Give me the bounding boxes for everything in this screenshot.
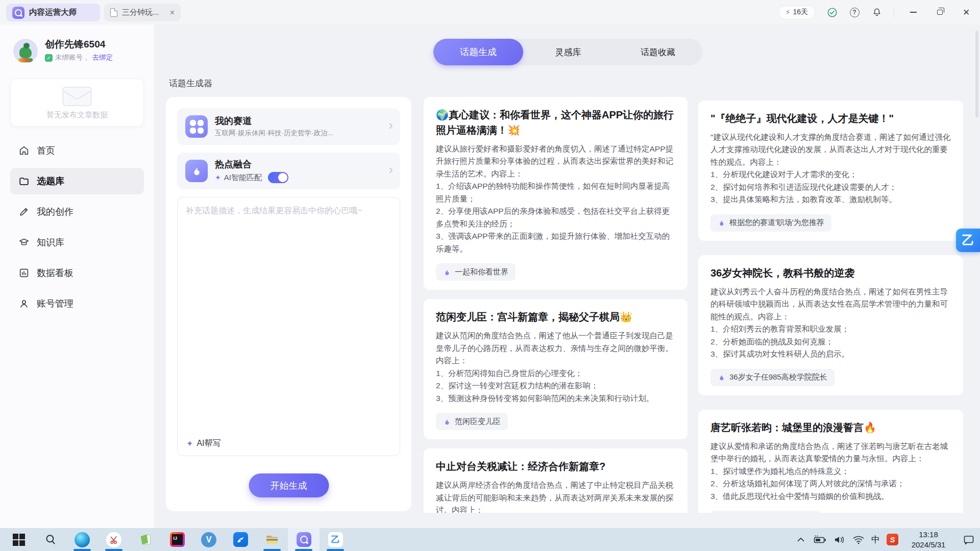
sidebar-item-account-management[interactable]: 账号管理 [10, 290, 144, 317]
start-generate-button[interactable]: 开始生成 [249, 473, 329, 497]
sogou-input-icon[interactable]: S [887, 534, 898, 545]
my-track-card[interactable]: 我的赛道 互联网·娱乐休闲·科技·历史哲学·政治... › [177, 108, 400, 145]
publish-stats-empty-card: 暂无发布文章数据 [10, 79, 144, 127]
volume-icon[interactable] [834, 534, 846, 545]
check-badge-icon: ✓ [45, 54, 53, 62]
sidebar-item-label: 账号管理 [37, 297, 74, 310]
content-master-app-icon [297, 532, 311, 547]
side-float-app-button[interactable]: 乙 [956, 229, 980, 252]
notepad-icon [139, 533, 152, 546]
taskbar-zcloud-button[interactable]: 乙 [320, 528, 351, 551]
taskbar: IJ V 乙 中 S 13:18 2024/5/31 [0, 528, 980, 551]
topic-card-body: 建议从爱情和承诺的角度结合热点，阐述了张若昀与唐艺昕在古老城堡中举行的婚礼，从而… [710, 440, 951, 503]
topic-card[interactable]: 36岁女神院长，教科书般的逆袭 建议从刘秀云个人奋斗历程的角度结合热点，阐述了如… [698, 255, 963, 395]
edge-browser-icon [75, 532, 90, 547]
track-card-title: 我的赛道 [215, 115, 333, 127]
notification-center-icon[interactable] [963, 534, 975, 545]
taskbar-content-master-button[interactable] [288, 528, 320, 551]
scrollbar-thumb[interactable] [975, 31, 978, 117]
windows-logo-icon [13, 534, 25, 546]
topic-card[interactable]: 范闲变儿臣：宫斗新篇章，揭秘父子棋局👑 建议从范闲的角度结合热点，阐述了他从一个… [424, 299, 688, 439]
lightning-icon: ⚡ [786, 8, 791, 16]
app-tab[interactable]: 内容运营大师 [6, 4, 100, 21]
trial-days-label: 16天 [793, 8, 808, 17]
sidebar-item-topic-library[interactable]: 选题库 [10, 168, 144, 194]
intellij-idea-icon: IJ [170, 532, 185, 547]
tab-topic-favorites[interactable]: 话题收藏 [613, 39, 703, 65]
avatar[interactable] [13, 39, 38, 63]
taskbar-notepad-button[interactable] [130, 528, 161, 551]
bind-account-link[interactable]: 去绑定 [92, 53, 113, 62]
topic-source-tag[interactable]: 范闲臣变儿臣 [436, 413, 508, 430]
app-logo-icon [12, 7, 24, 19]
topic-card-title: 36岁女神院长，教科书般的逆袭 [710, 265, 951, 281]
sidebar-item-data-dashboard[interactable]: 数据看板 [10, 260, 144, 286]
home-icon [18, 145, 30, 156]
help-icon[interactable]: ? [849, 7, 860, 18]
topic-source-tag[interactable]: 一起和你看世界 [436, 263, 516, 281]
verified-check-icon[interactable] [826, 7, 838, 18]
topic-source-tag[interactable]: 张若昀唐艺昕爱尔兰之约 [710, 511, 821, 513]
sparkle-icon: ✦ [215, 173, 221, 182]
taskbar-edge-button[interactable] [66, 528, 98, 551]
track-clover-icon [185, 115, 208, 138]
ime-indicator[interactable]: 中 [871, 534, 880, 545]
chevron-right-icon: › [388, 162, 393, 178]
ai-match-label: AI智能匹配 [224, 173, 262, 183]
taskbar-clock[interactable]: 13:18 2024/5/31 [905, 530, 952, 549]
clock-time: 13:18 [905, 530, 952, 540]
ai-match-toggle[interactable] [268, 172, 288, 183]
sidebar-nav: 首页 选题库 我的创作 知识库 数据看板 账号管理 [10, 137, 144, 317]
sidebar-item-label: 我的创作 [37, 206, 74, 218]
desktop: { "colors": { "primary": "#6B66F2", "pri… [0, 0, 980, 551]
trial-days-badge[interactable]: ⚡ 16天 [778, 6, 815, 19]
topic-card[interactable]: 唐艺昕张若昀：城堡里的浪漫誓言🔥 建议从爱情和承诺的角度结合热点，阐述了张若昀与… [698, 410, 963, 513]
sidebar-item-my-creations[interactable]: 我的创作 [10, 198, 144, 225]
empty-state-text: 暂无发布文章数据 [46, 110, 108, 120]
wifi-icon[interactable] [852, 534, 865, 545]
bar-chart-icon [18, 267, 30, 279]
sidebar-item-knowledge-base[interactable]: 知识库 [10, 229, 144, 256]
topic-source-tag-label: 一起和你看世界 [455, 267, 508, 277]
tab-inspiration-library[interactable]: 灵感库 [523, 39, 613, 65]
sidebar-item-label: 数据看板 [37, 267, 74, 279]
document-icon [110, 8, 117, 17]
taskbar-search-button[interactable] [35, 528, 66, 551]
tray-chevron-up-icon[interactable] [795, 534, 806, 545]
battery-icon[interactable] [813, 534, 827, 545]
clock-date: 2024/5/31 [905, 540, 952, 550]
restore-button[interactable] [932, 5, 947, 20]
minimize-button[interactable] [905, 5, 921, 20]
topic-card[interactable]: "『绝绝子』现代化建设，人才是关键！" "建议从现代化建设和人才支撑的角度结合赛… [698, 101, 963, 241]
taskbar-intellij-button[interactable]: IJ [161, 528, 193, 551]
notifications-bell-icon[interactable] [871, 7, 883, 18]
ai-write-button[interactable]: ✦ AI帮写 [186, 438, 221, 449]
taskbar-explorer-button[interactable] [256, 528, 288, 551]
document-tab[interactable]: 三分钟玩... × [104, 4, 181, 21]
topic-description-input[interactable] [177, 197, 400, 456]
snipping-tool-icon [106, 532, 121, 547]
taskbar-v-app-button[interactable]: V [193, 528, 225, 551]
taskbar-snipping-button[interactable] [98, 528, 130, 551]
sidebar: 创作先锋6504 ✓ 未绑账号， 去绑定 暂无发布文章数据 首页 选题库 我的创… [0, 24, 154, 528]
flame-icon [443, 268, 451, 276]
folder-icon [18, 176, 30, 187]
document-tab-close-icon[interactable]: × [165, 8, 175, 17]
sidebar-item-home[interactable]: 首页 [10, 137, 144, 164]
start-button[interactable] [3, 528, 35, 551]
flame-tile-icon [185, 160, 208, 182]
ai-write-label: AI帮写 [197, 438, 220, 449]
topic-card-title: 中止对台关税减让：经济合作新篇章? [436, 459, 675, 474]
close-button[interactable]: ✕ [959, 5, 974, 20]
hotspot-fusion-card[interactable]: 热点融合 ✦ AI智能匹配 › [177, 153, 400, 189]
flame-icon [443, 418, 451, 425]
topic-card-body: 建议从刘秀云个人奋斗历程的角度结合热点，阐述了如何在男性主导的科研领域中脱颖而出… [710, 286, 951, 361]
topic-source-tag[interactable]: 根据您的赛道'职场'为您推荐 [710, 214, 831, 232]
topic-card[interactable]: 🌍真心建议：和你看世界，这个神器APP让你的旅行照片逼格满满！💥 建议从旅行爱好… [424, 97, 688, 290]
sidebar-item-label: 选题库 [37, 175, 64, 187]
topic-source-tag[interactable]: 36岁女子任985高校学院院长 [710, 369, 835, 386]
user-name: 创作先锋6504 [45, 38, 105, 51]
tab-topic-generation[interactable]: 话题生成 [433, 39, 523, 65]
taskbar-bird-app-button[interactable] [225, 528, 256, 551]
topic-card[interactable]: 中止对台关税减让：经济合作新篇章? 建议从两岸经济合作的角度结合热点，阐述了中止… [424, 448, 688, 513]
